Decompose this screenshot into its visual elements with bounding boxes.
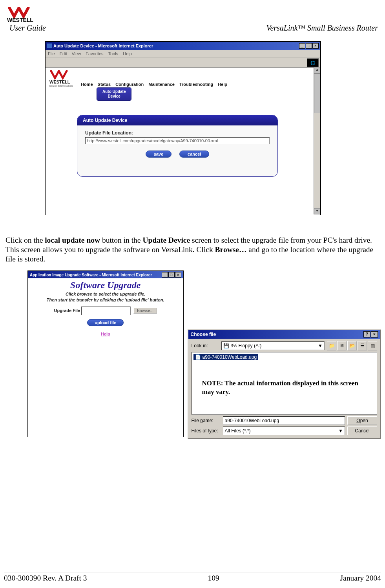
file-item-selected[interactable]: 📄 a90-740010WebLoad.upg [193,354,259,360]
screenshot-auto-update: Auto Update Device - Microsoft Internet … [45,41,321,215]
details-view-icon[interactable]: ▤ [368,341,377,350]
instruction-paragraph: Click on the local update now button in … [5,236,380,263]
file-type-value: All Files (*.*) [225,428,251,434]
file-icon: 📄 [195,354,201,360]
ie-throbber-icon: 🌐 [307,58,319,67]
upgrade-file-label: Upgrade File [54,308,80,313]
footer-docnum: 030-300390 Rev. A Draft 3 [4,574,87,583]
screenshot-note: NOTE: The actual information displayed i… [202,379,371,396]
file-type-combobox[interactable]: All Files (*.*) ▼ [223,426,345,435]
nav-troubleshooting[interactable]: Troubleshooting [179,82,213,87]
help-icon[interactable]: ? [363,331,370,338]
chevron-down-icon[interactable]: ▼ [318,343,323,348]
file-type-label: Files of type: [192,428,221,434]
minimize-icon[interactable]: _ [299,43,305,49]
cancel-button[interactable]: cancel [179,151,209,158]
svg-text:Discover Better Broadband: Discover Better Broadband [49,85,73,87]
footer-date: January 2004 [340,574,381,583]
auto-update-card: Auto Update Device Update File Location:… [77,115,278,177]
screenshot-software-upgrade: Application Image Upgrade Software - Mic… [27,270,184,437]
nav-maintenance[interactable]: Maintenance [148,82,175,87]
window-title: Auto Update Device - Microsoft Internet … [53,44,153,48]
software-upgrade-heading: Software Upgrade [28,280,183,290]
close-icon[interactable]: × [312,43,319,49]
nav-home[interactable]: Home [81,82,93,87]
software-upgrade-subtext: Click browse to select the upgrade file.… [28,291,183,303]
save-button[interactable]: save [146,151,172,158]
card-title: Auto Update Device [77,115,277,125]
menu-help[interactable]: Help [123,51,132,56]
window2-title: Application Image Upgrade Software - Mic… [30,273,152,277]
cancel-button[interactable]: Cancel [347,426,377,435]
file-item-label: a90-740010WebLoad.upg [203,354,257,360]
upgrade-file-input[interactable] [81,307,131,315]
window2-titlebar: Application Image Upgrade Software - Mic… [28,271,183,278]
file-list[interactable]: 📄 a90-740010WebLoad.upg NOTE: The actual… [192,352,377,415]
look-in-combobox[interactable]: 💾 3½ Floppy (A:) ▼ [221,341,325,350]
list-view-icon[interactable]: ☰ [358,341,367,350]
new-folder-icon[interactable]: 📂 [347,341,357,350]
nav-help[interactable]: Help [218,82,227,87]
update-location-label: Update File Location: [85,130,270,136]
menu-favorites[interactable]: Favorites [86,51,103,56]
westell-logo-icon: WESTELL [7,7,41,23]
browse-button[interactable]: Browse... [133,308,157,314]
svg-text:WESTELL: WESTELL [49,80,70,84]
choose-file-dialog: Choose file ? × Look in: 💾 3½ Floppy (A:… [188,329,381,439]
maximize-icon[interactable]: □ [306,43,312,49]
update-url-input[interactable] [85,137,270,144]
up-folder-icon[interactable]: 📁 [327,341,336,350]
router-nav: Home Status Configuration Maintenance Tr… [81,82,227,87]
product-title: VersaLink™ Small Business Router [266,24,378,33]
nav-status[interactable]: Status [98,82,111,87]
menu-tools[interactable]: Tools [108,51,119,56]
user-guide-label: User Guide [9,24,46,33]
browser-viewport: WESTELL Discover Better Broadband Home S… [46,68,320,215]
westell-page-logo: WESTELL Discover Better Broadband [49,70,77,89]
window2-viewport: Software Upgrade Click browse to select … [28,278,183,437]
look-in-value: 3½ Floppy (A:) [231,343,262,348]
menu-view[interactable]: View [72,51,81,56]
scrollbar[interactable]: ▲ ▼ [314,67,320,214]
subnav-auto-update[interactable]: Auto UpdateDevice [97,87,131,101]
dialog-titlebar: Choose file ? × [188,330,380,339]
menu-file[interactable]: File [48,51,55,56]
close-icon[interactable]: × [175,272,181,278]
window-toolbar: 🌐 [46,58,320,68]
scroll-thumb[interactable] [314,73,320,113]
brand-logo: WESTELL User Guide [7,7,46,33]
window-titlebar: Auto Update Device - Microsoft Internet … [46,42,320,50]
help-link[interactable]: Help [28,332,183,336]
close-icon[interactable]: × [371,331,378,338]
maximize-icon[interactable]: □ [168,272,175,278]
file-name-input[interactable] [223,416,345,425]
file-name-label: File name: [192,418,221,423]
footer-page: 109 [208,574,219,583]
open-button[interactable]: Open [347,416,377,425]
look-in-label: Look in: [192,343,219,348]
upload-file-button[interactable]: upload file [87,319,124,326]
desktop-icon[interactable]: 🖥 [337,341,347,350]
doc-footer: 030-300390 Rev. A Draft 3 109 January 20… [4,572,381,583]
nav-configuration[interactable]: Configuration [115,82,144,87]
scroll-up-icon[interactable]: ▲ [314,67,320,73]
menu-edit[interactable]: Edit [60,51,67,56]
svg-text:WESTELL: WESTELL [7,17,33,23]
minimize-icon[interactable]: _ [162,272,168,278]
scroll-down-icon[interactable]: ▼ [314,208,320,214]
floppy-icon: 💾 [223,343,229,348]
doc-header: WESTELL User Guide VersaLink™ Small Busi… [4,7,381,36]
chevron-down-icon[interactable]: ▼ [338,428,343,434]
dialog-title: Choose file [191,332,216,337]
window-menubar: File Edit View Favorites Tools Help [46,50,320,58]
ie-app-icon [47,44,52,48]
